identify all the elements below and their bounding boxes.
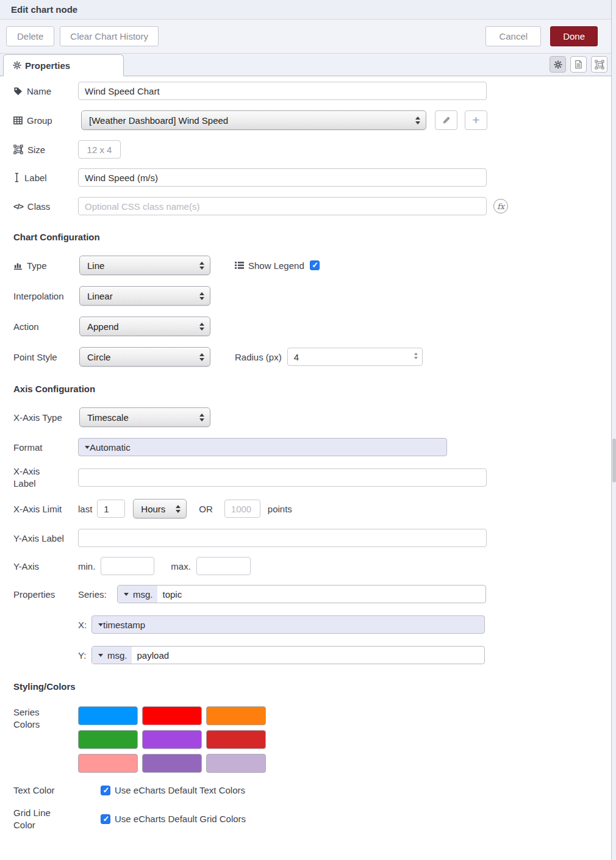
dialog-title: Edit chart node — [11, 4, 77, 15]
show-legend-group: Show Legend — [235, 260, 320, 271]
y-axis-range-row: Y-Axis min. max. — [13, 557, 609, 575]
description-button[interactable] — [570, 56, 587, 73]
chart-configuration-heading: Chart Configuration — [13, 232, 616, 242]
bar-chart-icon — [13, 261, 23, 270]
max-text: max. — [171, 561, 191, 572]
color-swatch[interactable] — [206, 754, 266, 773]
grid-line-color-label: Grid Line Color — [13, 807, 56, 831]
series-text: Series: — [78, 589, 112, 600]
cancel-button[interactable]: Cancel — [485, 26, 541, 46]
series-color-swatches — [78, 706, 274, 773]
object-group-icon — [13, 145, 23, 154]
delete-button[interactable]: Delete — [6, 26, 54, 46]
gear-icon — [554, 60, 562, 69]
tab-properties[interactable]: Properties — [3, 54, 124, 76]
y-property-row: Y: msg. payload — [13, 646, 609, 664]
series-property-row: Properties Series: msg. topic — [13, 585, 609, 603]
format-value: Automatic — [90, 442, 131, 453]
plus-icon: + — [472, 113, 479, 126]
vertical-scrollbar[interactable] — [611, 0, 616, 860]
x-axis-limit-label: X-Axis Limit — [13, 504, 62, 514]
y-min-input[interactable] — [101, 557, 154, 575]
show-legend-checkbox[interactable] — [310, 260, 320, 270]
add-group-button[interactable]: + — [465, 110, 487, 130]
interpolation-select[interactable]: Linear — [79, 286, 210, 306]
class-input[interactable] — [78, 197, 487, 215]
radius-label: Radius (px) — [235, 352, 282, 362]
select-arrows-icon — [199, 323, 204, 331]
y-max-input[interactable] — [196, 557, 251, 575]
grid-line-color-row: Grid Line Color Use eCharts Default Grid… — [13, 807, 609, 831]
x-axis-type-select[interactable]: Timescale — [79, 407, 210, 427]
type-select[interactable]: Line — [79, 256, 210, 275]
chevron-down-icon — [98, 623, 103, 626]
tab-properties-label: Properties — [25, 60, 70, 71]
i-cursor-icon — [13, 173, 20, 182]
color-swatch[interactable] — [78, 730, 138, 749]
text-color-checkbox[interactable] — [101, 786, 110, 795]
limit-points-input[interactable] — [224, 500, 260, 518]
name-row: Name — [13, 82, 609, 100]
group-select[interactable]: [Weather Dashboard] Wind Speed — [81, 110, 426, 130]
interpolation-row: Interpolation Linear — [13, 286, 609, 306]
chevron-down-icon — [124, 593, 129, 596]
action-label: Action — [13, 321, 39, 332]
scrollbar-thumb[interactable] — [612, 439, 616, 482]
fx-icon: fx — [493, 199, 508, 213]
action-select[interactable]: Append — [79, 317, 210, 336]
edit-group-button[interactable] — [435, 110, 457, 130]
select-arrows-icon — [199, 292, 204, 300]
y-value: payload — [132, 650, 175, 661]
radius-input[interactable] — [287, 348, 423, 366]
format-typedinput[interactable]: Automatic — [78, 438, 447, 456]
y-axis-label-label: Y-Axis Label — [13, 533, 64, 543]
y-axis-label-row: Y-Axis Label — [13, 529, 609, 547]
properties-gear-button[interactable] — [550, 56, 566, 73]
point-style-row: Point Style Circle Radius (px) — [13, 347, 609, 367]
clear-chart-history-button[interactable]: Clear Chart History — [60, 26, 159, 46]
point-style-select[interactable]: Circle — [79, 347, 210, 367]
group-row: Group [Weather Dashboard] Wind Speed + — [13, 110, 609, 130]
color-swatch[interactable] — [142, 754, 202, 773]
chevron-down-icon — [85, 446, 90, 449]
y-axis-label: Y-Axis — [13, 561, 39, 572]
color-swatch[interactable] — [206, 706, 266, 725]
group-label: Group — [27, 115, 52, 126]
done-button[interactable]: Done — [550, 26, 598, 46]
text-color-checkbox-label: Use eCharts Default Text Colors — [115, 785, 245, 795]
dialog-toolbar: Delete Clear Chart History Cancel Done — [0, 20, 616, 54]
format-row: Format Automatic — [13, 438, 609, 456]
stepper-arrows-icon[interactable] — [414, 353, 418, 359]
limit-unit-select[interactable]: Hours — [133, 499, 187, 518]
y-axis-label-input[interactable] — [78, 529, 487, 547]
points-text: points — [268, 504, 292, 514]
x-typedinput[interactable]: timestamp — [91, 615, 485, 634]
color-swatch[interactable] — [78, 706, 138, 725]
type-label: Type — [27, 260, 47, 271]
x-axis-label-input[interactable] — [78, 468, 487, 487]
grid-color-checkbox[interactable] — [101, 814, 110, 824]
y-text: Y: — [78, 650, 91, 661]
series-typedinput[interactable]: msg. topic — [117, 585, 486, 603]
limit-last-input[interactable] — [97, 500, 125, 518]
list-icon — [235, 261, 244, 270]
select-arrows-icon — [176, 505, 181, 513]
color-swatch[interactable] — [142, 706, 202, 725]
document-icon — [574, 60, 583, 69]
color-swatch[interactable] — [142, 730, 202, 749]
name-input[interactable] — [78, 82, 487, 100]
x-axis-label-row: X-Axis Label — [13, 465, 609, 489]
select-arrows-icon — [199, 414, 204, 421]
label-input[interactable] — [78, 168, 487, 187]
y-typedinput[interactable]: msg. payload — [91, 646, 485, 664]
color-swatch[interactable] — [78, 754, 138, 773]
pencil-icon — [442, 116, 451, 124]
last-text: last — [78, 504, 92, 514]
color-swatch[interactable] — [206, 730, 266, 749]
appearance-button[interactable] — [591, 56, 607, 73]
text-color-row: Text Color Use eCharts Default Text Colo… — [13, 785, 609, 795]
size-label: Size — [27, 145, 45, 155]
dialog-titlebar: Edit chart node — [0, 0, 616, 20]
grid-color-checkbox-label: Use eCharts Default Grid Colors — [115, 814, 246, 824]
size-button[interactable]: 12 x 4 — [78, 140, 121, 159]
